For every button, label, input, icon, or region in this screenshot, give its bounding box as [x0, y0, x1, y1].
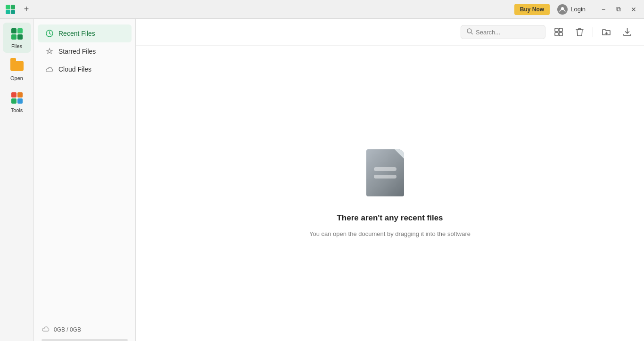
icon-nav: Files Open Tools: [0, 19, 34, 341]
cloud-files-label: Cloud Files: [58, 65, 91, 73]
sidebar-item-files[interactable]: Files: [3, 23, 31, 53]
tools-icon: [9, 90, 25, 106]
svg-rect-2: [6, 10, 10, 14]
new-folder-icon: [602, 28, 611, 36]
restore-button[interactable]: ⧉: [612, 3, 625, 16]
buy-now-button[interactable]: Buy Now: [514, 4, 550, 15]
storage-label: 0GB / 0GB: [54, 326, 81, 333]
svg-point-6: [467, 29, 471, 33]
search-box[interactable]: [461, 25, 545, 39]
sidebar-item-tools[interactable]: Tools: [3, 87, 31, 117]
login-area[interactable]: Login: [553, 2, 589, 16]
app-logo: [4, 3, 17, 16]
titlebar: + Buy Now Login − ⧉ ✕: [0, 0, 644, 19]
window-controls: − ⧉ ✕: [597, 3, 640, 16]
grid-view-icon: [554, 28, 563, 36]
file-list-panel: Recent Files Starred Files Cloud Files: [34, 19, 136, 341]
recent-files-label: Recent Files: [58, 30, 95, 37]
files-icon: [9, 26, 25, 41]
recent-files-item[interactable]: Recent Files: [38, 24, 132, 42]
svg-rect-3: [11, 10, 15, 14]
file-line-2: [374, 175, 396, 179]
delete-button[interactable]: [572, 24, 587, 40]
recent-files-icon: [45, 29, 54, 38]
cloud-storage-info: 0GB / 0GB: [34, 320, 135, 339]
content-toolbar: [136, 19, 644, 46]
empty-state: There aren't any recent files You can op…: [136, 46, 644, 341]
add-folder-button[interactable]: [599, 24, 614, 40]
minimize-button[interactable]: −: [597, 3, 610, 16]
starred-files-label: Starred Files: [58, 48, 96, 55]
storage-progress-bar: [41, 339, 128, 341]
svg-rect-7: [555, 28, 558, 32]
open-nav-label: Open: [10, 75, 23, 81]
trash-icon: [576, 28, 584, 36]
svg-rect-1: [11, 5, 15, 9]
starred-files-item[interactable]: Starred Files: [38, 42, 132, 60]
empty-state-title: There aren't any recent files: [337, 213, 443, 223]
view-toggle-button[interactable]: [551, 24, 566, 40]
cloud-storage-icon: [41, 326, 50, 333]
export-button[interactable]: [619, 24, 635, 40]
svg-rect-9: [555, 32, 558, 36]
main-layout: Files Open Tools: [0, 19, 644, 341]
empty-state-subtitle: You can open the document by dragging it…: [309, 230, 471, 237]
svg-rect-10: [559, 32, 562, 36]
svg-rect-8: [559, 28, 562, 32]
export-icon: [623, 28, 631, 36]
cloud-files-icon: [45, 65, 54, 73]
titlebar-right: Buy Now Login − ⧉ ✕: [514, 2, 640, 16]
new-tab-button[interactable]: +: [21, 4, 32, 15]
sidebar-item-open[interactable]: Open: [3, 55, 31, 85]
search-icon: [467, 28, 473, 36]
main-content: There aren't any recent files You can op…: [136, 19, 644, 341]
file-illustration: [366, 149, 404, 196]
tools-nav-label: Tools: [11, 107, 23, 113]
open-icon: [9, 58, 25, 73]
titlebar-left: +: [4, 3, 32, 16]
files-nav-label: Files: [11, 43, 22, 49]
file-line-1: [374, 167, 396, 171]
empty-state-icon: [366, 149, 413, 206]
avatar: [557, 4, 568, 15]
close-button[interactable]: ✕: [627, 3, 640, 16]
cloud-files-item[interactable]: Cloud Files: [38, 60, 132, 78]
toolbar-divider: [593, 27, 593, 37]
login-label: Login: [570, 6, 586, 13]
search-input[interactable]: [476, 29, 532, 36]
svg-rect-0: [6, 5, 10, 9]
starred-files-icon: [45, 47, 54, 56]
